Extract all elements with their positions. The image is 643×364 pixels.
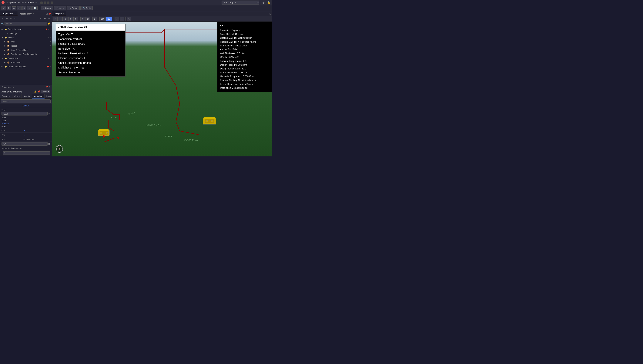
props-header-close[interactable]: × — [12, 86, 14, 88]
viewport-tab[interactable]: Viewport × — [52, 11, 66, 16]
tab-asset-library-close[interactable]: × — [33, 13, 34, 15]
markup-button[interactable]: 📝 — [32, 6, 38, 10]
vp-2d-btn[interactable]: 2D — [100, 16, 106, 21]
panel-expand-btn[interactable]: □ — [46, 12, 48, 15]
expand-icon[interactable]: ▶ — [2, 66, 4, 68]
expand-icon[interactable]: ▼ — [2, 36, 4, 38]
prop-type-clear-btn[interactable]: × — [48, 112, 50, 115]
tree-item-parent-sub[interactable]: ▶ 📁 Parent sub projects 📌 ✓ — [0, 64, 52, 69]
check-icon[interactable]: ✓ — [50, 66, 51, 68]
tree-search-input[interactable] — [4, 22, 47, 26]
vp-layers-btn[interactable]: ≡ — [80, 16, 85, 21]
vp-wire-btn[interactable]: ○ — [120, 16, 124, 21]
vp-fit-btn[interactable]: ⊡ — [63, 16, 68, 21]
props-lock-icon[interactable]: 🔒 — [34, 90, 37, 93]
tree-collapse-btn[interactable]: ◈ — [9, 16, 13, 20]
add-icon[interactable]: + — [48, 28, 49, 30]
check-icon[interactable]: ✓ — [50, 45, 51, 47]
vp-play-btn[interactable]: ▶ — [92, 16, 97, 21]
tree-item-xmt[interactable]: ▶ 📦 XMT ✓ — [0, 40, 52, 44]
expand-icon[interactable]: ▶ — [4, 62, 7, 64]
delete-button[interactable]: 🗑 — [12, 6, 16, 10]
xmt-object-left[interactable] — [97, 128, 110, 138]
props-search-input[interactable] — [1, 100, 50, 103]
dropdown-item-dwt[interactable]: DWT — [0, 119, 52, 122]
props-tab-metadata[interactable]: Metadata — [32, 94, 44, 98]
tree-view-btn[interactable]: 👁 — [13, 16, 17, 20]
tree-item-vessel[interactable]: ▶ 📦 Vessel ✓ — [0, 44, 52, 48]
prop-bore-clear-btn[interactable]: × — [48, 142, 50, 146]
expand-icon[interactable]: ▶ — [4, 45, 7, 47]
tree-filter-btn[interactable]: ⚡ — [47, 22, 50, 26]
tree-settings-btn[interactable]: ⚙ — [47, 16, 51, 20]
export-button[interactable]: ⬇ Export — [67, 6, 80, 10]
props-pin-icon[interactable]: 📌 — [46, 86, 48, 88]
panel-pin-btn[interactable]: 📌 — [48, 12, 51, 15]
undo-button[interactable]: ↺ — [2, 6, 6, 10]
tree-item-connections[interactable]: ▼ 📁 Connections + ✓ — [0, 56, 52, 60]
subproject-dropdown[interactable]: Sub Project 1 — [222, 0, 259, 5]
prop-type-select[interactable]: eSWT SWT DWT eDWT — [2, 112, 48, 116]
pin-icon[interactable]: 📌 — [45, 28, 48, 30]
pin-icon[interactable]: 📌 — [47, 66, 49, 68]
add-icon[interactable]: + — [48, 57, 49, 60]
expand-icon[interactable]: ▶ — [4, 41, 7, 43]
props-tab-costs[interactable]: Costs — [12, 94, 22, 98]
vp-frame-btn[interactable]: ▣ — [86, 16, 90, 21]
vp-wave-btn[interactable]: ∿ — [127, 16, 131, 21]
vp-3d-btn[interactable]: 3D — [106, 16, 112, 21]
tree-item-assets[interactable]: ▼ 📁 Assets + ✓ — [0, 36, 52, 40]
dropdown-item-eswt[interactable]: ● eSWT — [0, 122, 52, 125]
tab-project-view[interactable]: Project View × — [0, 11, 18, 16]
prop-bore-select[interactable]: 7x7 — [2, 142, 48, 146]
check-icon[interactable]: ✓ — [50, 28, 51, 30]
viewport-tab-close[interactable]: × — [63, 12, 64, 14]
import-button[interactable]: ⬆ Import — [54, 6, 66, 10]
xmt-object-right[interactable] — [202, 116, 217, 126]
check-icon[interactable]: ✓ — [50, 62, 51, 64]
expand-icon[interactable]: ▶ — [4, 49, 7, 51]
check-icon[interactable]: ✓ — [50, 32, 51, 34]
tree-item-settings[interactable]: ⚙ Settings ✓ — [0, 31, 52, 36]
props-tab-common[interactable]: Common — [0, 94, 12, 98]
vp-zoom-in-btn[interactable]: + — [53, 16, 58, 21]
check-icon[interactable]: ✓ — [50, 49, 51, 51]
dropdown-item-swt[interactable]: SWT — [0, 116, 52, 119]
props-tab-logs[interactable]: Logs — [44, 94, 53, 98]
paint-button[interactable]: ✏ — [27, 6, 32, 10]
settings-icon[interactable]: ⚙ — [35, 1, 37, 4]
vp-solid-btn[interactable]: ● — [114, 16, 119, 21]
tree-add-btn[interactable]: + — [39, 16, 43, 20]
vp-up-btn[interactable]: ⬆ — [74, 16, 78, 21]
lock-icon[interactable]: 🔒 — [267, 1, 270, 4]
copy-button[interactable]: ⧉ — [22, 6, 26, 10]
props-more-button[interactable]: More ▾ — [41, 90, 50, 94]
add-icon[interactable]: + — [48, 36, 49, 39]
tree-icons-btn[interactable]: ⊞ — [1, 16, 4, 20]
tree-list-btn[interactable]: ☰ — [5, 16, 9, 20]
check-icon[interactable]: ✓ — [50, 36, 51, 39]
create-button[interactable]: ✦ Create — [41, 6, 54, 10]
expand-icon[interactable]: ▶ — [4, 53, 7, 55]
tree-item-pipeline[interactable]: ▶ 📦 Pipeline and Pipeline Assets ✓ — [0, 52, 52, 56]
expand-icon[interactable]: ▼ — [2, 57, 4, 59]
props-pin-btn[interactable]: 📌 — [38, 90, 40, 93]
cut-button[interactable]: ✂ — [17, 6, 22, 10]
props-default-btn[interactable]: Default — [0, 104, 52, 107]
dropdown-item-edwt[interactable]: eDWT — [0, 125, 52, 128]
expand-icon[interactable]: ▶ — [2, 28, 4, 30]
vp-zoom-out-btn[interactable]: − — [58, 16, 63, 21]
tree-item-recently-used[interactable]: ▶ 📁 Recently Used 📌 + ✓ — [0, 27, 52, 31]
check-icon[interactable]: ✓ — [50, 41, 51, 43]
tab-project-view-close[interactable]: × — [14, 12, 16, 14]
viewport[interactable]: Viewport × □ + − ⊡ ⬇ ⬆ ≡ ▣ ▶ 2D 3D ● ○ — [52, 11, 272, 156]
tree-item-riser[interactable]: ▶ 📦 Riser & Riser Base ✓ — [0, 48, 52, 52]
props-tab-assets[interactable]: Assets — [22, 94, 32, 98]
viewport-expand-btn[interactable]: □ — [270, 12, 271, 15]
tree-sync-btn[interactable]: ⟲ — [43, 16, 47, 20]
prop-hydraulic-input[interactable] — [3, 151, 50, 155]
tab-asset-library[interactable]: Asset Library × — [18, 11, 36, 16]
check-icon[interactable]: ✓ — [50, 57, 51, 60]
redo-button[interactable]: ↻ — [6, 6, 11, 10]
props-expand-icon[interactable]: □ — [49, 86, 50, 88]
